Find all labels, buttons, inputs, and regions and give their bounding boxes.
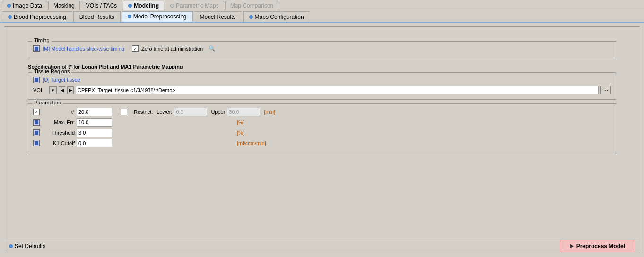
lower-input[interactable] [174,108,207,116]
slice-timing-checkbox[interactable] [33,45,40,52]
max-err-unit: [%] [237,120,275,125]
bottom-bar: Set Defaults Preprocess Model [4,239,640,253]
magnify-icon[interactable]: 🔍 [209,45,216,52]
voi-dots-btn[interactable]: ⋯ [600,86,611,94]
timing-legend: Timing [32,37,52,43]
inner-panel: Timing [M] Model handles slice-wise timi… [4,26,640,253]
k1-cutoff-label: K1 Cutoff [42,140,75,146]
tab-maps-configuration[interactable]: Maps Configuration [243,11,310,22]
tab-blood-results[interactable]: Blood Results [73,11,121,22]
max-err-row: Max. Err. 10.0 [%] [33,118,611,127]
threshold-label: Threshold [42,130,75,136]
top-tab-bar: Image Data Masking VOIs / TACs Modeling … [0,0,644,10]
tab-vois-tacs[interactable]: VOIs / TACs [81,1,122,10]
threshold-unit: [%] [237,130,275,136]
tissue-regions-legend: Tissue Regions [32,69,71,74]
parameters-group: Parameters t* 20.0 Restrict: Lower: Uppe… [28,103,616,154]
timing-group: Timing [M] Model handles slice-wise timi… [28,41,616,60]
tab-map-comparison[interactable]: Map Comparison [225,1,278,10]
threshold-row: Threshold 3.0 [%] [33,128,611,137]
tab-dot-image-data [7,4,11,8]
tab-dot-model-preprocessing [128,15,131,18]
slice-timing-label: [M] Model handles slice-wise timing [43,46,124,51]
tab-image-data[interactable]: Image Data [2,1,47,10]
tab-model-results[interactable]: Model Results [194,11,242,22]
voi-row: VOI ▼ ◀ ▶ ⋯ [33,86,611,94]
preprocess-model-button[interactable]: Preprocess Model [560,240,635,252]
tab-dot-blood-preprocessing [8,15,12,19]
t-star-label: t* [42,109,75,115]
tab-parametric-maps[interactable]: Parametric Maps [165,1,224,10]
t-star-input[interactable] [77,108,112,116]
target-tissue-row: [O] Target tissue [33,77,611,83]
set-defaults-dot [9,244,13,248]
main-content: Timing [M] Model handles slice-wise timi… [0,23,644,257]
content-wrapper: Timing [M] Model handles slice-wise timi… [9,32,635,177]
t-star-checkbox[interactable] [33,109,40,115]
spec-text: Specification of t* for Logan Plot and M… [28,64,616,69]
timing-row: [M] Model handles slice-wise timing Zero… [33,45,611,52]
lower-label: Lower: [157,109,172,115]
t-star-unit: [min] [264,109,302,115]
restrict-checkbox[interactable] [121,109,127,115]
tab-dot-maps-configuration [249,15,253,19]
k1-cutoff-unit: [ml/ccm/min] [237,140,275,146]
target-tissue-label: [O] Target tissue [43,77,80,83]
voi-dropdown-btn[interactable]: ▼ [49,86,57,94]
tab-blood-preprocessing[interactable]: Blood Preprocessing [2,11,72,22]
threshold-input[interactable] [77,128,112,137]
tab-dot-modeling [128,4,132,8]
voi-label: VOI [33,87,47,93]
zero-time-checkbox[interactable] [132,45,139,52]
tab-dot-parametric-maps [170,4,174,8]
tab-model-preprocessing[interactable]: Model Preprocessing [122,11,193,22]
second-tab-bar: Blood Preprocessing Blood Results Model … [0,10,644,23]
k1-cutoff-input[interactable] [77,139,112,147]
max-err-checkbox[interactable] [33,119,40,126]
zero-time-label: Zero time at administration [141,46,203,51]
max-err-label: Max. Err. [42,120,75,125]
target-tissue-checkbox[interactable] [33,77,40,83]
tab-modeling[interactable]: Modeling [123,1,164,10]
upper-input[interactable] [227,108,260,116]
k1-cutoff-checkbox[interactable] [33,140,40,146]
voi-next-btn[interactable]: ▶ [67,86,74,94]
parameters-legend: Parameters [32,100,63,105]
t-star-row: t* 20.0 Restrict: Lower: Upper [min] [33,108,611,116]
tissue-regions-group: Tissue Regions [O] Target tissue VOI ▼ ◀… [28,72,616,100]
restrict-label: Restrict: [134,109,153,115]
k1-cutoff-row: K1 Cutoff 0.0 [ml/ccm/min] [33,139,611,147]
upper-label: Upper [211,109,225,115]
threshold-checkbox[interactable] [33,129,40,136]
max-err-input[interactable] [77,118,112,127]
play-icon [570,244,574,248]
voi-prev-btn[interactable]: ◀ [59,86,65,94]
voi-input[interactable] [76,86,599,94]
set-defaults-button[interactable]: Set Defaults [9,243,45,249]
tab-masking[interactable]: Masking [48,1,80,10]
